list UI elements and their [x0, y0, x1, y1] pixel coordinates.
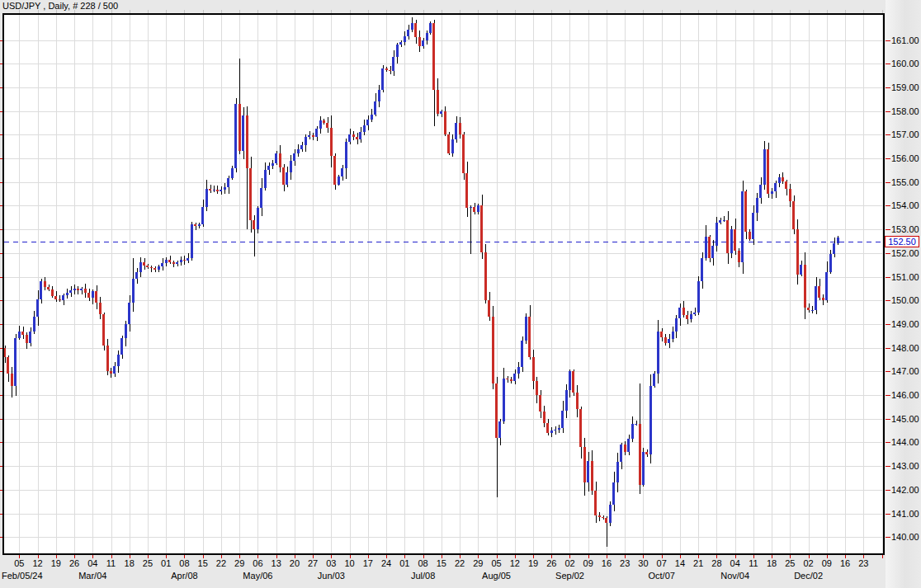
week-tick-label: 26: [546, 558, 556, 568]
week-tick-label: 03: [326, 558, 336, 568]
chart-window: USD/JPY , Daily, # 228 / 500 161.00160.0…: [0, 0, 921, 588]
week-tick-label: 16: [840, 558, 850, 568]
week-tick-label: 22: [216, 558, 226, 568]
price-axis-label: 143.00: [891, 461, 919, 471]
price-axis-label: 145.00: [891, 414, 919, 424]
month-label: Sep/02: [555, 571, 584, 581]
price-axis-label: 158.00: [891, 106, 919, 116]
week-tick-label: 05: [14, 558, 24, 568]
month-label: Mar/04: [78, 571, 106, 581]
week-tick-label: 14: [675, 558, 685, 568]
price-axis-label: 155.00: [891, 177, 919, 187]
week-tick-label: 15: [198, 558, 208, 568]
week-tick-label: 04: [730, 558, 740, 568]
week-tick-label: 23: [858, 558, 868, 568]
week-tick-label: 29: [234, 558, 244, 568]
price-axis-label: 157.00: [891, 129, 919, 139]
month-label: May/06: [243, 571, 272, 581]
price-axis-label: 146.00: [891, 390, 919, 400]
week-tick-label: 09: [583, 558, 593, 568]
week-tick-label: 16: [602, 558, 612, 568]
month-label: Apr/08: [171, 571, 197, 581]
month-label: Jul/08: [411, 571, 435, 581]
week-tick-label: 25: [785, 558, 795, 568]
week-tick-label: 29: [473, 558, 483, 568]
week-tick-label: 18: [767, 558, 777, 568]
month-label: Jun/03: [318, 571, 345, 581]
week-tick-label: 11: [106, 558, 116, 568]
chart-plot-area[interactable]: [0, 0, 921, 588]
week-tick-label: 19: [528, 558, 538, 568]
week-tick-label: 25: [143, 558, 153, 568]
month-label: Feb/05/24: [2, 571, 43, 581]
price-axis-label: 144.00: [891, 437, 919, 447]
week-tick-label: 17: [363, 558, 373, 568]
current-price-tag: 152.50: [885, 236, 919, 247]
week-tick-label: 23: [620, 558, 630, 568]
month-label: Oct/07: [648, 571, 674, 581]
week-tick-label: 13: [272, 558, 281, 568]
month-label: Dec/02: [794, 571, 823, 581]
month-label: Nov/04: [720, 571, 749, 581]
price-axis-label: 147.00: [891, 366, 919, 376]
week-tick-label: 20: [290, 558, 300, 568]
week-tick-label: 06: [253, 558, 262, 568]
price-axis-label: 141.00: [891, 509, 919, 519]
week-tick-label: 02: [803, 558, 813, 568]
week-tick-label: 22: [455, 558, 465, 568]
week-tick-label: 07: [657, 558, 667, 568]
week-tick-label: 02: [564, 558, 574, 568]
week-tick-label: 11: [749, 558, 758, 568]
week-tick-label: 01: [399, 558, 409, 568]
price-axis-label: 149.00: [891, 319, 919, 329]
price-axis-label: 142.00: [891, 485, 919, 495]
week-tick-label: 05: [491, 558, 501, 568]
week-tick-label: 18: [125, 558, 135, 568]
week-tick-label: 12: [32, 558, 42, 568]
week-tick-label: 09: [822, 558, 832, 568]
week-tick-label: 30: [638, 558, 648, 568]
week-tick-label: 19: [51, 558, 61, 568]
price-axis-label: 148.00: [891, 343, 919, 353]
price-axis-label: 152.00: [891, 248, 919, 258]
week-tick-label: 28: [711, 558, 721, 568]
week-tick-label: 01: [161, 558, 171, 568]
price-axis-label: 159.00: [891, 82, 919, 92]
price-axis-label: 153.00: [891, 224, 919, 234]
week-tick-label: 08: [418, 558, 427, 568]
week-tick-label: 10: [344, 558, 354, 568]
week-tick-label: 27: [308, 558, 318, 568]
week-tick-label: 15: [437, 558, 446, 568]
price-axis-label: 156.00: [891, 153, 919, 163]
week-tick-label: 24: [381, 558, 391, 568]
week-tick-label: 08: [179, 558, 189, 568]
month-label: Aug/05: [482, 571, 511, 581]
price-axis-label: 160.00: [891, 59, 919, 68]
week-tick-label: 26: [69, 558, 79, 568]
week-tick-label: 21: [693, 558, 703, 568]
price-axis-label: 150.00: [891, 295, 919, 305]
price-axis-label: 140.00: [891, 532, 919, 542]
price-axis-label: 154.00: [891, 200, 919, 210]
price-axis-label: 161.00: [891, 35, 919, 45]
price-axis-label: 151.00: [891, 272, 919, 282]
week-tick-label: 04: [87, 558, 97, 568]
week-tick-label: 12: [510, 558, 520, 568]
